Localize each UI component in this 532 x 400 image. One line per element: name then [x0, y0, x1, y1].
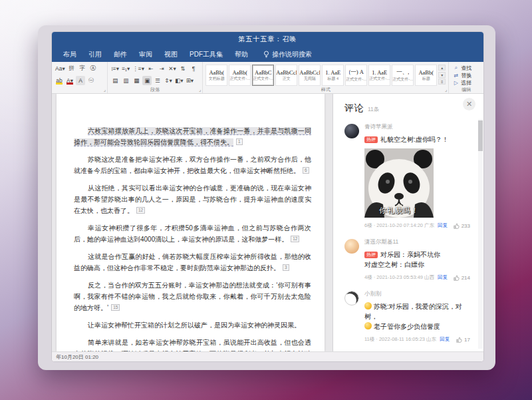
comment-ref-badge[interactable]: 12: [136, 207, 145, 214]
select-button[interactable]: ▷ 选择: [453, 79, 479, 86]
paragraph: 从这拒绝，其实可以看出幸运女神的合作诚意，更准确的说，现在幸运女神是最不希望苏晓…: [74, 182, 311, 216]
comment-ref-badge[interactable]: 15: [111, 304, 120, 311]
sort-button[interactable]: ⇅: [178, 64, 188, 73]
show-marks-button[interactable]: ¶: [189, 64, 198, 73]
close-comments-button[interactable]: ✕: [463, 98, 475, 110]
shading-button[interactable]: ◧▾: [174, 76, 184, 85]
tell-me-search[interactable]: 操作说明搜索: [254, 50, 312, 59]
character-scale-button[interactable]: 字: [78, 64, 87, 73]
hot-comment-badge: 热评: [364, 252, 378, 258]
gallery-more-button[interactable]: ≡: [438, 79, 446, 85]
style-sample: (一) A: [349, 69, 364, 77]
character-border-button[interactable]: Ⓐ: [88, 64, 98, 73]
avatar[interactable]: [344, 124, 359, 138]
style-formal-2-selected[interactable]: AaBbC 正式文件-...: [252, 65, 274, 86]
avatar[interactable]: [344, 291, 359, 305]
tab-pdf-tools[interactable]: PDF工具集: [184, 47, 229, 62]
comment-item: 小别别 苏晓:对乐园，我爱的深沉，对树， 老子管你多少负信誉度 11楼 · 20…: [344, 290, 470, 343]
justify-button[interactable]: ▣: [142, 76, 152, 85]
change-case-button[interactable]: Aa▾: [55, 64, 66, 73]
gallery-up-arrow[interactable]: ▴: [438, 65, 446, 71]
text-highlight-button[interactable]: ab: [55, 76, 64, 85]
paragraph-text: 简单来讲就是，如若幸运女神帮苏晓开宝箱，虽说能开出高收益，但也会透支苏晓的运势，…: [74, 339, 311, 351]
align-center-button[interactable]: ▥: [121, 76, 130, 85]
tab-review[interactable]: 审阅: [133, 47, 158, 62]
like-button[interactable]: 233: [454, 223, 470, 229]
replace-button[interactable]: ⇄ 替换: [453, 72, 479, 79]
style-formal-1[interactable]: AaBb( 正式文件-...: [229, 65, 251, 86]
asian-layout-button[interactable]: ✕▾: [168, 64, 177, 73]
comment-username[interactable]: 潇遥尔斯基11: [364, 238, 470, 246]
tab-layout[interactable]: 布局: [57, 47, 82, 62]
comment-ref-badge[interactable]: 1: [236, 138, 243, 145]
comment-ref-badge[interactable]: 3: [283, 264, 289, 271]
thumbs-up-icon: [454, 223, 460, 229]
comment-username[interactable]: 小别别: [364, 290, 470, 298]
font-color-button[interactable]: A▾: [65, 76, 74, 85]
document-page[interactable]: 六枚宝箱摆放茶几上，苏晓这次开宝箱，准备操作一番，并非是与凯撒一同操作，那可能会…: [57, 94, 325, 351]
style-formal-4[interactable]: 1. AaE 正式文件-...: [368, 65, 390, 86]
panda-meme-image[interactable]: 你礼貌吗！: [364, 148, 434, 218]
comment-text-content: 礼貌空之树:虚你吗？！: [380, 136, 449, 143]
multilevel-list-button[interactable]: ⋮≡▾: [132, 64, 145, 73]
enclose-characters-button[interactable]: ㊀: [86, 76, 96, 85]
align-right-button[interactable]: ▦: [132, 76, 141, 85]
style-doc-title[interactable]: AaBb( 文档标题: [205, 65, 227, 86]
numbering-button[interactable]: ≡₁▾: [121, 64, 130, 73]
character-shading-button[interactable]: A: [76, 76, 85, 85]
borders-button[interactable]: ⊞▾: [185, 76, 194, 85]
reply-link[interactable]: 回复: [438, 274, 448, 281]
reply-link[interactable]: 回复: [440, 336, 450, 343]
tab-references[interactable]: 引用: [82, 47, 108, 62]
style-normal[interactable]: AaBbCcD 正文: [275, 65, 297, 86]
line-spacing-button[interactable]: ⇕▾: [164, 76, 173, 85]
paragraph-text: 从这拒绝，其实可以看出幸运女神的合作诚意，更准确的说，现在幸运女神是最不希望苏晓…: [74, 184, 311, 214]
select-label: 选择: [461, 79, 471, 87]
reply-link[interactable]: 回复: [438, 222, 448, 229]
like-count: 233: [462, 223, 470, 229]
like-button[interactable]: 214: [454, 275, 470, 281]
paragraph-dialog-launcher[interactable]: ⌟: [199, 87, 201, 93]
comments-header: 评论 11条: [344, 102, 470, 114]
style-title[interactable]: AaBb( 标题: [415, 65, 437, 86]
bullets-button[interactable]: ⁝≡▾: [110, 64, 120, 73]
decrease-indent-button[interactable]: ⇤: [146, 64, 156, 73]
increase-indent-button[interactable]: ⇥: [157, 64, 166, 73]
style-sample: AaBbCcD: [276, 69, 297, 76]
select-cursor-icon: ▷: [453, 80, 459, 86]
ribbon-tab-row: 布局 引用 邮件 审阅 视图 PDF工具集 帮助 操作说明搜索: [52, 47, 483, 62]
tab-view[interactable]: 视图: [158, 47, 184, 62]
style-formal-3[interactable]: (一) A 正式文件-...: [345, 65, 367, 86]
comment-username[interactable]: 青诗苹果派: [364, 123, 470, 131]
styles-group: AaBb( 文档标题 AaBb( 正式文件-... AaBbC 正式文件-...: [203, 62, 449, 93]
gallery-down-arrow[interactable]: ▾: [438, 72, 446, 78]
comments-title: 评论: [344, 102, 364, 114]
tab-help[interactable]: 帮助: [229, 47, 254, 62]
like-button[interactable]: 17: [456, 337, 470, 343]
paragraph-text: 幸运女神积攒了很多年，才积攒50多滴幸运神血，但之前与苏晓合作两次后，她的幸运神…: [74, 224, 311, 243]
scrollbar-thumb[interactable]: [478, 120, 483, 151]
style-label: 正式文件-...: [253, 76, 273, 82]
style-no-spacing[interactable]: AaBbCcD 无间隔: [299, 65, 321, 86]
styles-dialog-launcher[interactable]: ⌟: [445, 87, 447, 93]
distribute-button[interactable]: ☰: [153, 76, 162, 85]
style-label: 正式文件-...: [346, 77, 366, 83]
style-formal-5[interactable]: 一、, 正式文件-...: [392, 65, 414, 86]
comments-scrollbar[interactable]: [478, 119, 483, 349]
style-heading-4[interactable]: 1. AaE 标题 4: [322, 65, 344, 86]
comment-item: 青诗苹果派 热评礼貌空之树:虚你吗？！: [344, 123, 470, 229]
find-button[interactable]: ⌕ 查找: [453, 65, 479, 71]
comment-ref-badge[interactable]: 12: [291, 236, 299, 242]
phonetic-guide-button[interactable]: 拼: [67, 64, 76, 73]
avatar[interactable]: [344, 239, 359, 254]
font-dialog-launcher[interactable]: ⌟: [104, 87, 106, 93]
styles-group-label: 样式: [205, 86, 446, 93]
align-left-button[interactable]: ▤: [110, 76, 120, 85]
style-sample: AaBb(: [209, 69, 224, 76]
tab-mailings[interactable]: 邮件: [108, 47, 133, 62]
comment-ref-badge[interactable]: 6: [303, 167, 309, 174]
hot-comment-badge: 热评: [364, 136, 378, 143]
commented-highlight[interactable]: 六枚宝箱摆放茶几上，苏晓这次开宝箱，准备操作一番，并非是与凯撒一同操作，那可能会…: [74, 127, 311, 146]
style-label: 文档标题: [209, 76, 225, 82]
paragraph-group-label: 段落: [110, 86, 200, 93]
